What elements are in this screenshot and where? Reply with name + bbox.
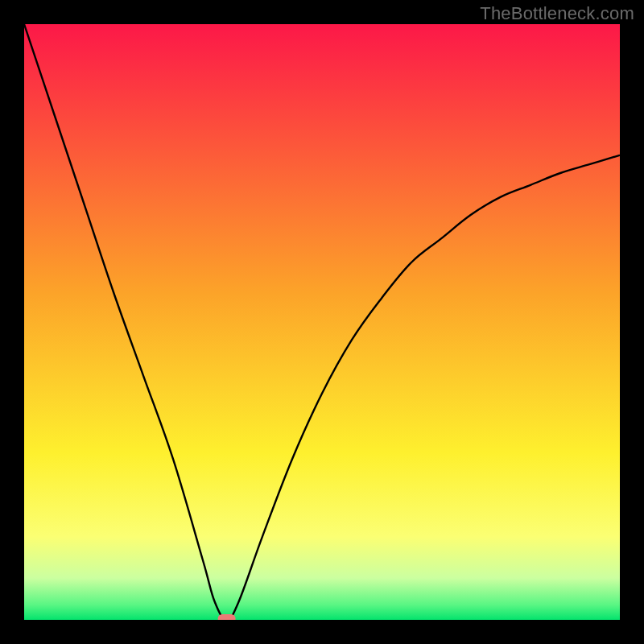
watermark-text: TheBottleneck.com <box>480 3 634 24</box>
gradient-background <box>24 24 620 620</box>
chart-frame: TheBottleneck.com <box>0 0 644 644</box>
plot-area <box>24 24 620 620</box>
min-marker <box>218 614 236 620</box>
chart-svg <box>24 24 620 620</box>
